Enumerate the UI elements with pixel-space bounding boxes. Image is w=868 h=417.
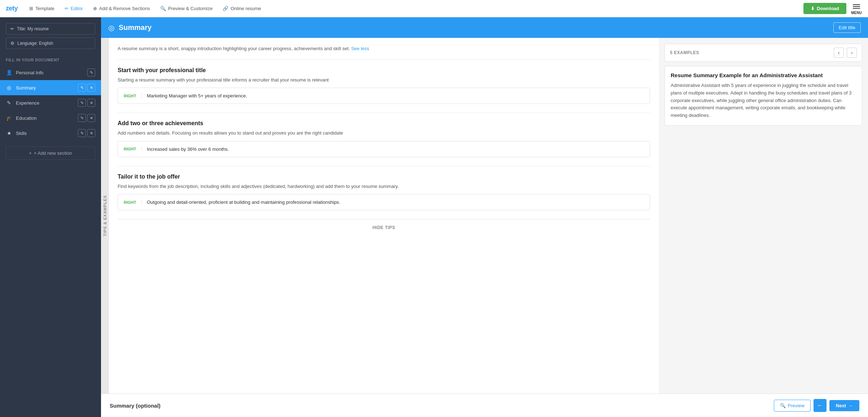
fill-label: FILL IN YOUR DOCUMENT bbox=[0, 55, 101, 65]
tip-3-example-text: Outgoing and detail-oriented, proficient… bbox=[147, 199, 340, 205]
tips-content: A resume summary is a short, snappy intr… bbox=[109, 38, 659, 394]
back-button[interactable]: ← bbox=[814, 399, 827, 412]
skills-icon: ★ bbox=[6, 130, 12, 136]
sidebar-item-experience[interactable]: ✎ Experience ✎ ✕ bbox=[0, 95, 101, 110]
search-icon: 🔍 bbox=[780, 403, 786, 408]
prev-example-button[interactable]: ‹ bbox=[834, 48, 844, 58]
intro-text: A resume summary is a short, snappy intr… bbox=[118, 45, 650, 52]
nav-template[interactable]: ⊞ Template bbox=[25, 4, 59, 13]
section-header: ◎ Summary Edit title bbox=[101, 17, 868, 38]
preview-icon: 🔍 bbox=[160, 6, 166, 11]
summary-remove-button[interactable]: ✕ bbox=[87, 84, 95, 92]
sidebar: ✏ Title: My resume ⚙ Language: English F… bbox=[0, 17, 101, 417]
education-icon: 🎓 bbox=[6, 115, 12, 121]
editor-icon: ✏ bbox=[65, 6, 69, 11]
next-arrow-icon: → bbox=[848, 403, 853, 408]
next-button[interactable]: Next → bbox=[829, 400, 859, 411]
experience-remove-button[interactable]: ✕ bbox=[87, 99, 95, 107]
section-title: Summary bbox=[119, 23, 829, 32]
tip-divider-3 bbox=[118, 166, 650, 166]
education-actions: ✎ ✕ bbox=[78, 114, 95, 122]
examples-panel: 5 EXAMPLES ‹ › Resume Summary Example fo… bbox=[659, 38, 868, 394]
tip-2-example: RIGHT Increased sales by 36% over 6 mont… bbox=[118, 141, 650, 157]
bottom-actions: 🔍 Preview ← Next → bbox=[774, 399, 859, 412]
tip-divider-2 bbox=[118, 113, 650, 113]
sidebar-top: ✏ Title: My resume ⚙ Language: English bbox=[0, 23, 101, 55]
tip-1-example-text: Marketing Manager with 5+ years of exper… bbox=[147, 93, 247, 98]
personal-info-actions: ✎ bbox=[87, 69, 95, 76]
template-icon: ⊞ bbox=[29, 6, 33, 11]
experience-icon: ✎ bbox=[6, 100, 12, 106]
download-icon: ⬇ bbox=[811, 6, 815, 11]
education-edit-button[interactable]: ✎ bbox=[78, 114, 86, 122]
logo: zety bbox=[6, 5, 18, 12]
tip-1-desc: Starting a resume summary with your prof… bbox=[118, 76, 650, 84]
example-card-title: Resume Summary Example for an Administra… bbox=[671, 72, 856, 78]
pencil-icon: ✏ bbox=[10, 26, 14, 31]
tip-2-example-text: Increased sales by 36% over 6 months. bbox=[147, 146, 229, 152]
hide-tips-button[interactable]: HIDE TIPS bbox=[372, 225, 395, 230]
top-nav: zety ⊞ Template ✏ Editor ⊕ Add & Remove … bbox=[0, 0, 868, 17]
main-content: ◎ Summary Edit title TIPS & EXAMPLES A r… bbox=[101, 17, 868, 417]
preview-button[interactable]: 🔍 Preview bbox=[774, 400, 811, 412]
skills-remove-button[interactable]: ✕ bbox=[87, 129, 95, 137]
sidebar-item-education[interactable]: 🎓 Education ✎ ✕ bbox=[0, 110, 101, 126]
tip-1-example: RIGHT Marketing Manager with 5+ years of… bbox=[118, 88, 650, 104]
tip-3-example: RIGHT Outgoing and detail-oriented, prof… bbox=[118, 194, 650, 210]
bottom-section: Summary (optional) 🔍 Preview ← Next → bbox=[101, 394, 868, 417]
tip-2-desc: Add numbers and details. Focusing on res… bbox=[118, 130, 650, 137]
tip-3: Tailor it to the job offer Find keywords… bbox=[118, 174, 650, 211]
tip-1-badge: RIGHT bbox=[124, 94, 142, 98]
globe-icon: ⚙ bbox=[10, 41, 14, 46]
link-icon: 🔗 bbox=[223, 6, 228, 11]
nav-items: ⊞ Template ✏ Editor ⊕ Add & Remove Secti… bbox=[25, 4, 803, 13]
skills-actions: ✎ ✕ bbox=[78, 129, 95, 137]
download-button[interactable]: ⬇ Download bbox=[803, 3, 846, 14]
back-arrow-icon: ← bbox=[817, 402, 823, 409]
tip-2-title: Add two or three achievements bbox=[118, 120, 650, 127]
see-less-link[interactable]: See less bbox=[351, 46, 369, 51]
edit-title-button[interactable]: Edit title bbox=[833, 22, 861, 33]
tips-label: TIPS & EXAMPLES bbox=[103, 195, 107, 236]
tip-2: Add two or three achievements Add number… bbox=[118, 120, 650, 157]
nav-add-remove[interactable]: ⊕ Add & Remove Sections bbox=[89, 4, 154, 13]
next-example-button[interactable]: › bbox=[847, 48, 857, 58]
tip-divider-1 bbox=[118, 60, 650, 60]
sidebar-item-skills[interactable]: ★ Skills ✎ ✕ bbox=[0, 126, 101, 141]
personal-info-edit-button[interactable]: ✎ bbox=[87, 69, 95, 76]
example-card-text: Administrative Assistant with 5 years of… bbox=[671, 82, 856, 119]
education-remove-button[interactable]: ✕ bbox=[87, 114, 95, 122]
nav-editor[interactable]: ✏ Editor bbox=[60, 4, 87, 13]
nav-online-resume[interactable]: 🔗 Online resume bbox=[218, 4, 266, 13]
nav-right: ⬇ Download MENU bbox=[803, 2, 862, 15]
experience-edit-button[interactable]: ✎ bbox=[78, 99, 86, 107]
person-icon: 👤 bbox=[6, 70, 12, 75]
tip-3-title: Tailor it to the job offer bbox=[118, 174, 650, 180]
section-icon: ◎ bbox=[108, 23, 114, 32]
add-section-button[interactable]: + + Add new section bbox=[6, 146, 95, 160]
language-button[interactable]: ⚙ Language: English bbox=[6, 38, 95, 49]
nav-arrows: ‹ › bbox=[834, 48, 857, 58]
skills-edit-button[interactable]: ✎ bbox=[78, 129, 86, 137]
title-button[interactable]: ✏ Title: My resume bbox=[6, 23, 95, 35]
tips-sidebar: TIPS & EXAMPLES bbox=[101, 38, 109, 394]
examples-header: 5 EXAMPLES ‹ › bbox=[665, 44, 862, 62]
hamburger-icon[interactable] bbox=[851, 2, 862, 11]
layout: ✏ Title: My resume ⚙ Language: English F… bbox=[0, 17, 868, 417]
summary-icon: ◎ bbox=[6, 85, 12, 91]
tip-2-badge: RIGHT bbox=[124, 147, 142, 151]
tip-1: Start with your professional title Start… bbox=[118, 67, 650, 104]
hide-tips-row: HIDE TIPS bbox=[118, 219, 650, 235]
content-area: TIPS & EXAMPLES A resume summary is a sh… bbox=[101, 38, 868, 394]
plus-icon: + bbox=[29, 150, 32, 156]
summary-optional-label: Summary (optional) bbox=[110, 403, 161, 409]
sidebar-item-summary[interactable]: ◎ Summary ✎ ✕ bbox=[0, 80, 101, 95]
nav-preview-customize[interactable]: 🔍 Preview & Customize bbox=[156, 4, 217, 13]
summary-edit-button[interactable]: ✎ bbox=[78, 84, 86, 92]
add-remove-icon: ⊕ bbox=[93, 6, 97, 11]
examples-count: 5 EXAMPLES bbox=[670, 50, 699, 55]
sidebar-item-personal-info[interactable]: 👤 Personal Info ✎ bbox=[0, 65, 101, 80]
menu-button[interactable]: MENU bbox=[851, 2, 862, 15]
experience-actions: ✎ ✕ bbox=[78, 99, 95, 107]
example-card: Resume Summary Example for an Administra… bbox=[665, 66, 862, 126]
